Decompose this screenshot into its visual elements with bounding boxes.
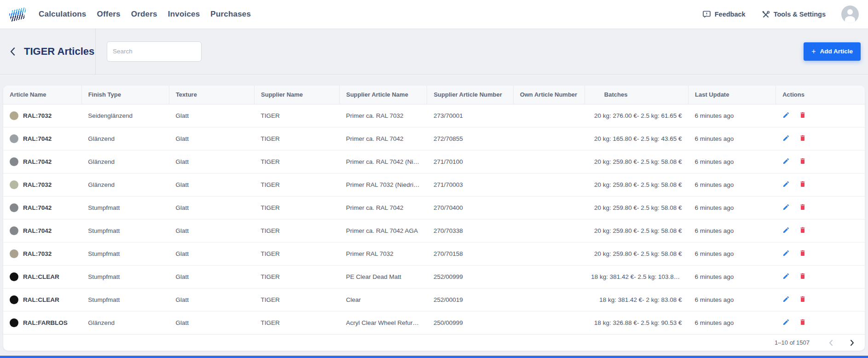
edit-button[interactable] (782, 249, 791, 258)
article-name: RAL:FARBLOS (23, 319, 68, 326)
texture-cell: Glatt (169, 242, 254, 265)
supplier-name-cell: TIGER (255, 288, 340, 311)
article-name: RAL:7042 (23, 158, 52, 165)
article-name: RAL:7032 (23, 181, 52, 188)
user-avatar[interactable] (841, 6, 859, 23)
texture-cell: Glatt (169, 288, 254, 311)
article-name-cell: RAL:7042 (3, 150, 81, 173)
own-article-number-cell (513, 288, 584, 311)
finish-type-cell: Stumpfmatt (81, 265, 169, 288)
delete-button[interactable] (799, 249, 807, 258)
actions-cell (776, 127, 865, 150)
edit-button[interactable] (782, 180, 791, 189)
delete-button[interactable] (799, 226, 807, 235)
supplier-name-cell: TIGER (255, 196, 340, 219)
edit-button[interactable] (782, 157, 791, 166)
finish-type-cell: Glänzend (81, 173, 169, 196)
edit-button[interactable] (782, 295, 791, 304)
finish-type-cell: Seidenglänzend (81, 104, 169, 127)
table-row: RAL:FARBLOS Glänzend Glatt TIGER Acryl C… (3, 311, 865, 334)
supplier-article-name-cell: Primer ca. RAL 7042 (340, 196, 427, 219)
tools-icon (761, 10, 770, 19)
supplier-article-number-cell: 271/70003 (427, 173, 513, 196)
add-article-button[interactable]: + Add Article (804, 42, 861, 61)
pagination-bar: 1–10 of 1507 (3, 334, 865, 351)
supplier-article-name-cell: Acryl Clear Wheel Refurbishing (340, 311, 427, 334)
next-page-button[interactable] (848, 339, 856, 346)
table-row: RAL:7032 Seidenglänzend Glatt TIGER Prim… (3, 104, 865, 127)
delete-button[interactable] (799, 157, 807, 166)
edit-button[interactable] (782, 203, 791, 212)
last-update-cell: 6 minutes ago (689, 196, 776, 219)
table-row: RAL:7042 Stumpfmatt Glatt TIGER Primer c… (3, 219, 865, 242)
supplier-article-number-cell: 271/70100 (427, 150, 513, 173)
texture-cell: Glatt (169, 196, 254, 219)
color-swatch-icon (10, 272, 18, 281)
own-article-number-cell (513, 219, 584, 242)
supplier-article-name-cell: Primer ca. RAL 7042 (Niedrigte... (340, 150, 427, 173)
delete-button[interactable] (799, 272, 807, 281)
supplier-article-name-cell: PE Clear Dead Matt (340, 265, 427, 288)
color-swatch-icon (10, 203, 18, 212)
nav-item-orders[interactable]: Orders (131, 10, 157, 19)
edit-button[interactable] (782, 226, 791, 235)
batches-cell: 20 kg: 259.80 €- 2.5 kg: 58.08 € (584, 242, 688, 265)
edit-button[interactable] (782, 134, 791, 143)
feedback-label: Feedback (715, 11, 746, 18)
batches-cell: 20 kg: 259.80 €- 2.5 kg: 58.08 € (584, 219, 688, 242)
batches-cell: 18 kg: 326.88 €- 2.5 kg: 90.53 € (584, 311, 688, 334)
color-swatch-icon (10, 157, 18, 166)
app-logo-icon[interactable] (7, 4, 29, 24)
supplier-article-number-cell: 270/70338 (427, 219, 513, 242)
bottom-accent-bar (0, 356, 868, 358)
color-swatch-icon (10, 111, 18, 120)
nav-item-offers[interactable]: Offers (97, 10, 120, 19)
tools-settings-button[interactable]: Tools & Settings (761, 10, 826, 19)
top-navbar: Calculations Offers Orders Invoices Purc… (0, 0, 868, 29)
finish-type-cell: Glänzend (81, 127, 169, 150)
table-row: RAL:CLEAR Stumpfmatt Glatt TIGER PE Clea… (3, 265, 865, 288)
search-input[interactable] (107, 41, 202, 62)
pagination-label: 1–10 of 1507 (775, 339, 810, 346)
article-name-cell: RAL:CLEAR (3, 265, 81, 288)
delete-button[interactable] (799, 180, 807, 189)
article-name: RAL:7032 (23, 112, 52, 119)
article-name-cell: RAL:CLEAR (3, 288, 81, 311)
table-row: RAL:7032 Glänzend Glatt TIGER Primer RAL… (3, 173, 865, 196)
article-name-cell: RAL:7032 (3, 242, 81, 265)
feedback-button[interactable]: Feedback (702, 10, 746, 19)
supplier-name-cell: TIGER (255, 219, 340, 242)
last-update-cell: 6 minutes ago (689, 265, 776, 288)
delete-button[interactable] (799, 111, 807, 120)
table-row: RAL:7042 Glänzend Glatt TIGER Primer ca.… (3, 150, 865, 173)
supplier-article-number-cell: 252/00019 (427, 288, 513, 311)
plus-icon: + (811, 48, 816, 55)
supplier-article-number-cell: 250/00999 (427, 311, 513, 334)
nav-item-purchases[interactable]: Purchases (210, 10, 251, 19)
delete-button[interactable] (799, 295, 807, 304)
article-name-cell: RAL:7032 (3, 173, 81, 196)
nav-item-invoices[interactable]: Invoices (168, 10, 200, 19)
nav-item-calculations[interactable]: Calculations (39, 10, 86, 19)
batches-cell: 18 kg: 381.42 €- 2.5 kg: 103.85 € (584, 265, 688, 288)
last-update-cell: 6 minutes ago (689, 288, 776, 311)
delete-button[interactable] (799, 318, 807, 327)
supplier-name-cell: TIGER (255, 242, 340, 265)
article-name: RAL:7042 (23, 135, 52, 142)
back-button[interactable] (6, 46, 18, 58)
own-article-number-cell (513, 150, 584, 173)
delete-button[interactable] (799, 203, 807, 212)
previous-page-button[interactable] (827, 339, 834, 346)
page-header: TIGER Articles + Add Article (0, 29, 868, 75)
edit-button[interactable] (782, 318, 791, 327)
table-header-row: Article NameFinish TypeTextureSupplier N… (3, 86, 865, 104)
own-article-number-cell (513, 104, 584, 127)
actions-cell (776, 104, 865, 127)
supplier-article-number-cell: 252/00999 (427, 265, 513, 288)
edit-button[interactable] (782, 111, 791, 120)
supplier-name-cell: TIGER (255, 104, 340, 127)
actions-cell (776, 265, 865, 288)
edit-button[interactable] (782, 272, 791, 281)
supplier-article-number-cell: 273/70001 (427, 104, 513, 127)
delete-button[interactable] (799, 134, 807, 143)
